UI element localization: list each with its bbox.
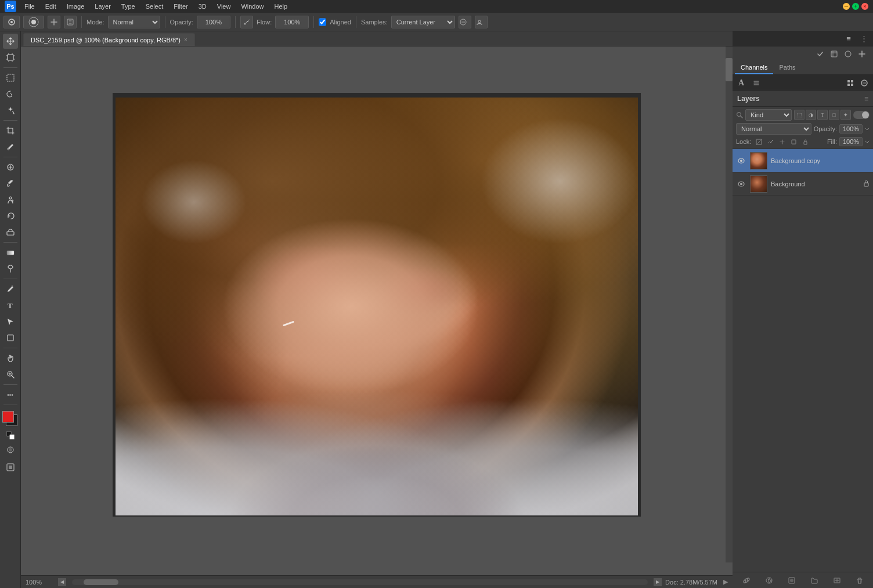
close-btn[interactable]: ×: [861, 3, 868, 10]
default-colors-btn[interactable]: [6, 431, 15, 440]
document-tab[interactable]: DSC_2159.psd @ 100% (Background copy, RG…: [23, 33, 195, 46]
brush-mode-btn[interactable]: [64, 16, 77, 28]
channels-icon-3[interactable]: [842, 48, 854, 60]
channels-icon-1[interactable]: [814, 48, 827, 60]
lock-position-btn[interactable]: [777, 137, 787, 146]
aligned-checkbox[interactable]: [319, 16, 326, 28]
canvas-vscroll[interactable]: [726, 46, 733, 562]
tab-paths[interactable]: Paths: [773, 62, 801, 74]
channels-icon-2[interactable]: [828, 48, 840, 60]
hscroll-thumb[interactable]: [84, 579, 118, 585]
canvas-wrapper[interactable]: [21, 46, 733, 575]
filter-shape-btn[interactable]: □: [829, 110, 839, 120]
lock-transparent-btn[interactable]: [753, 137, 764, 146]
shape-tool[interactable]: [3, 330, 18, 345]
add-effect-btn[interactable]: fx: [763, 574, 775, 587]
layer-visibility-1[interactable]: [736, 156, 746, 166]
lock-pixels-btn[interactable]: [765, 137, 775, 146]
filter-smart-btn[interactable]: ✦: [840, 110, 851, 120]
dodge-tool[interactable]: [3, 261, 18, 276]
menu-file[interactable]: File: [20, 2, 39, 11]
foreground-color-swatch[interactable]: [2, 411, 14, 423]
menu-type[interactable]: Type: [117, 2, 140, 11]
brush-size-picker[interactable]: [23, 16, 44, 28]
new-group-btn[interactable]: [808, 574, 821, 587]
path-select-tool[interactable]: [3, 314, 18, 329]
scroll-right-btn[interactable]: ▶: [654, 578, 662, 586]
mode-select[interactable]: Normal: [108, 16, 160, 28]
eraser-tool[interactable]: [3, 225, 18, 240]
layers-list[interactable]: Background copy Background: [733, 149, 873, 572]
tab-channels[interactable]: Channels: [735, 62, 773, 74]
rect-select-tool[interactable]: [3, 70, 18, 85]
spot-heal-tool[interactable]: [3, 160, 18, 175]
layers-menu-btn[interactable]: ≡: [864, 95, 868, 103]
menu-layer[interactable]: Layer: [90, 2, 116, 11]
channels-icon-4[interactable]: [856, 48, 868, 60]
photo-canvas[interactable]: [116, 98, 638, 515]
filter-pixel-btn[interactable]: ⬚: [794, 110, 805, 120]
eyedropper-tool[interactable]: [3, 139, 18, 154]
tab-close-btn[interactable]: ×: [184, 37, 187, 43]
magic-wand-tool[interactable]: [3, 103, 18, 118]
grid-icon[interactable]: [844, 77, 857, 89]
doc-info-arrow[interactable]: ▶: [723, 578, 728, 586]
kind-filter-select[interactable]: Kind: [745, 109, 792, 121]
layer-item-background-copy[interactable]: Background copy: [733, 149, 873, 172]
menu-help[interactable]: Help: [270, 2, 293, 11]
artboard-tool[interactable]: [3, 50, 18, 65]
zoom-tool[interactable]: [3, 367, 18, 382]
menu-filter[interactable]: Filter: [169, 2, 192, 11]
ignore-adj-btn[interactable]: [459, 16, 471, 28]
flow-input[interactable]: 100%: [275, 16, 309, 28]
delete-layer-btn[interactable]: [853, 574, 866, 587]
maximize-btn[interactable]: +: [852, 3, 859, 10]
screen-mode-btn[interactable]: [3, 460, 18, 475]
menu-view[interactable]: View: [212, 2, 236, 11]
gradient-tool[interactable]: [3, 245, 18, 260]
airbrush-btn[interactable]: [240, 16, 253, 28]
circle-icon[interactable]: [858, 77, 871, 89]
brush-tool[interactable]: [3, 176, 18, 191]
lock-artboard-btn[interactable]: [788, 137, 799, 146]
vscroll-thumb[interactable]: [726, 58, 733, 81]
type-tool[interactable]: T: [3, 298, 18, 313]
layer-item-background[interactable]: Background: [733, 172, 873, 196]
adjust-icon[interactable]: [750, 77, 763, 89]
link-layers-btn[interactable]: [740, 574, 753, 587]
tool-preset-picker[interactable]: [3, 16, 20, 28]
lasso-tool[interactable]: [3, 86, 18, 102]
new-layer-btn[interactable]: [831, 574, 843, 587]
clone-tool[interactable]: [3, 192, 18, 207]
minimize-btn[interactable]: ─: [843, 3, 850, 10]
filter-toggle[interactable]: [853, 111, 870, 119]
menu-select[interactable]: Select: [141, 2, 168, 11]
fill-value[interactable]: 100%: [839, 137, 863, 146]
sample-rings-btn[interactable]: [475, 16, 488, 28]
menu-window[interactable]: Window: [236, 2, 268, 11]
add-mask-btn[interactable]: [785, 574, 798, 587]
samples-select[interactable]: Current Layer: [391, 16, 455, 28]
menu-edit[interactable]: Edit: [41, 2, 61, 11]
menu-3d[interactable]: 3D: [194, 2, 211, 11]
lock-all-btn[interactable]: [800, 137, 810, 146]
quick-mask-btn[interactable]: [3, 442, 18, 457]
text-icon[interactable]: A: [735, 77, 748, 89]
filter-adjust-btn[interactable]: ◑: [806, 110, 816, 120]
hand-tool[interactable]: [3, 351, 18, 366]
more-tools[interactable]: •••: [3, 387, 18, 402]
horizontal-scrollbar[interactable]: [72, 579, 648, 585]
panel-expand-btn[interactable]: ⋮: [857, 32, 871, 46]
history-brush-tool[interactable]: [3, 208, 18, 223]
opacity-input[interactable]: 100%: [197, 16, 230, 28]
opacity-value[interactable]: 100%: [839, 124, 863, 134]
menu-image[interactable]: Image: [62, 2, 89, 11]
blend-mode-select[interactable]: Normal: [736, 123, 811, 135]
panel-collapse-btn[interactable]: ≡: [842, 32, 856, 46]
brush-settings-btn[interactable]: [48, 16, 60, 28]
crop-tool[interactable]: [3, 123, 18, 138]
pen-tool[interactable]: [3, 282, 18, 297]
layer-visibility-2[interactable]: [736, 179, 746, 189]
filter-type-btn[interactable]: T: [817, 110, 828, 120]
move-tool[interactable]: [3, 34, 18, 49]
